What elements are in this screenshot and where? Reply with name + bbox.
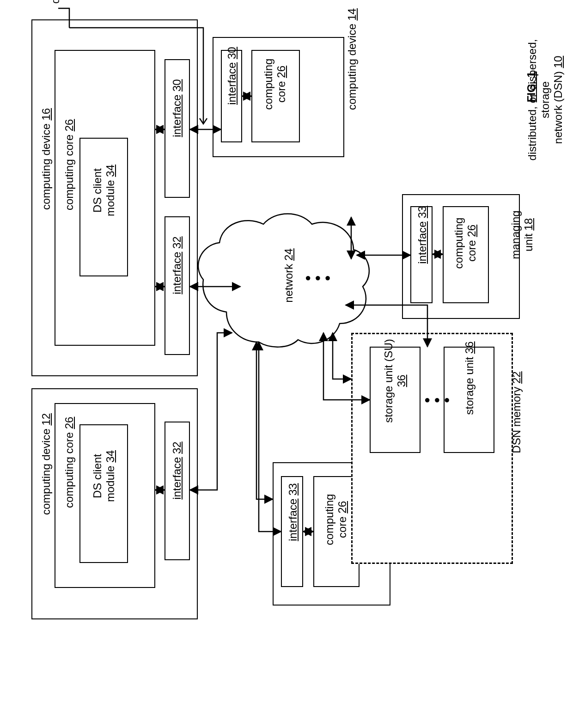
managing-iface33-label: interface 33: [416, 205, 429, 264]
managing-core-label: computingcore 26: [452, 204, 478, 282]
cloud-ellipsis: ●●●: [305, 272, 335, 284]
managing-title: managingunit 18: [509, 193, 535, 276]
network-label: network 24: [282, 245, 295, 306]
cd14-core-label: computingcore 26: [262, 45, 288, 123]
fig-caption: distributed, or dispersed, storage netwo…: [526, 26, 565, 174]
integrity-core-label: computingcore 26: [323, 480, 349, 559]
dsn-memory-title: DSN memory 22: [510, 371, 523, 454]
cd12-ds-label: DS clientmodule 34: [91, 432, 117, 520]
cd12-core-label: computing core 26: [63, 420, 76, 508]
cd12-iface32-label: interface 32: [171, 440, 183, 501]
cd16-title: computing device 16: [40, 117, 53, 210]
dsn-ellipsis: ●●●: [424, 394, 454, 406]
data-40: data 40: [49, 0, 62, 4]
cd12-title: computing device 12: [40, 422, 53, 515]
su2-label: storage unit 36: [463, 336, 476, 420]
integrity-iface33-label: interface 33: [286, 483, 299, 542]
su1-label: storage unit (SU)36: [382, 337, 408, 425]
cd16-iface30-label: interface 30: [171, 78, 183, 138]
diagram: computing device 12 computing core 26 DS…: [0, 0, 573, 728]
cd14-iface30-label: interface 30: [226, 46, 238, 105]
cd16-iface32-label: interface 32: [171, 235, 183, 295]
cd14-title: computing device 14: [346, 18, 359, 110]
cd16-core-label: computing core 26: [63, 122, 76, 210]
cd16-ds-label: DS clientmodule 34: [91, 147, 117, 234]
